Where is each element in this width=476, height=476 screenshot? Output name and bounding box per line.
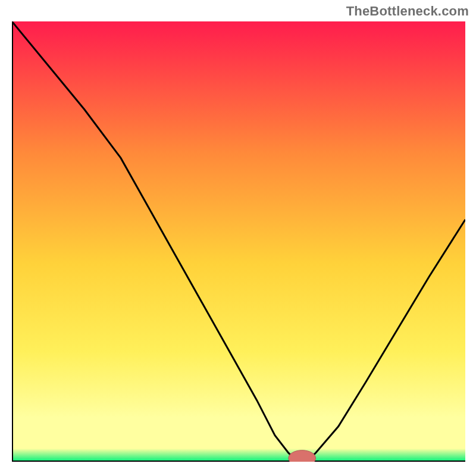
chart-svg: [12, 21, 465, 462]
plot-area: [12, 21, 465, 462]
attribution-label: TheBottleneck.com: [346, 4, 469, 19]
gradient-background: [12, 21, 465, 462]
chart-stage: TheBottleneck.com: [0, 0, 476, 476]
